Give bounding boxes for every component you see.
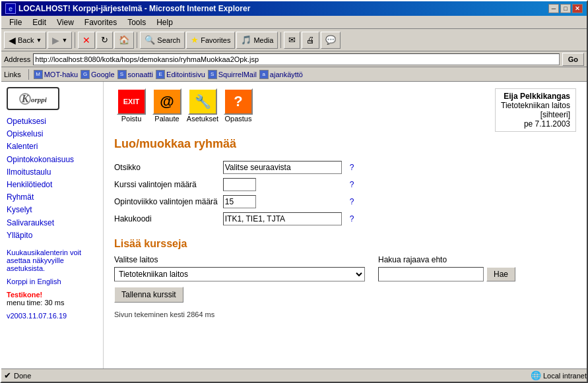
hakua-rajaava-input[interactable] <box>378 267 484 281</box>
page-status-text: Sivun tekeminen kesti 2864 ms <box>114 310 576 318</box>
statusbar: ✔ Done 🌐 Local intranet <box>1 368 588 382</box>
hae-button[interactable]: Hae <box>486 267 515 281</box>
kurssi-input[interactable] <box>223 178 256 191</box>
link-editointisivu[interactable]: E Editointisivu <box>156 70 205 79</box>
sidebar-info: Kuukausikalenterin voit asettaa näkyvyil… <box>7 249 98 272</box>
sidebar-item-kalenteri[interactable]: Kalenteri <box>7 140 98 153</box>
sidebar-item-henkilotiedot[interactable]: Henkilötiedot <box>7 179 98 191</box>
menu-help[interactable]: Help <box>151 16 178 28</box>
otsikko-help-link[interactable]: ? <box>350 163 354 172</box>
address-input[interactable] <box>33 53 559 65</box>
titlebar-title: LOCALHOST! Korppi-järjestelmä - Microsof… <box>18 4 250 13</box>
laitos-select[interactable]: Tietotekniikan laitos <box>114 267 365 281</box>
korppi-logo: Korppi <box>7 87 59 110</box>
discuss-button[interactable]: 💬 <box>321 32 341 49</box>
dropdown-arrow-icon2: ▼ <box>61 37 67 44</box>
statusbar-left: ✔ Done <box>4 370 31 380</box>
hakukoodi-input[interactable] <box>223 212 342 225</box>
sidebar-testikone: Testikone! menu time: 30 ms <box>7 291 98 307</box>
address-label: Address <box>4 55 30 63</box>
content-area: EXIT Poistu @ Palaute 🔧 <box>104 82 587 371</box>
toolbar-separator-2 <box>137 32 137 48</box>
main-area: Korppi Opetuksesi Opiskelusi Kalenteri O… <box>1 82 587 372</box>
sidebar-item-ryhmat[interactable]: Ryhmät <box>7 191 98 204</box>
back-arrow-icon: ◀ <box>9 35 16 45</box>
sidebar-item-opetuksesi[interactable]: Opetuksesi <box>7 115 98 128</box>
form-row-otsikko: Otsikko ? <box>114 159 359 176</box>
link-icon-ajan: a <box>259 70 269 79</box>
form-row-kurssi: Kurssi valintojen määrä ? <box>114 176 359 193</box>
sidebar-item-opiskelusi[interactable]: Opiskelusi <box>7 128 98 140</box>
mail-button[interactable]: ✉ <box>284 32 300 49</box>
menu-file[interactable]: File <box>4 16 27 28</box>
opastus-button[interactable]: ? Opastus <box>221 88 255 123</box>
form-table: Otsikko ? Kurssi valintojen määrä ? Opin… <box>114 159 359 227</box>
settings-icon: 🔧 <box>188 88 217 115</box>
links-separator <box>28 69 29 80</box>
maximize-button[interactable]: □ <box>560 4 571 13</box>
sidebar-item-yllapito[interactable]: Ylläpito <box>7 229 98 242</box>
menu-view[interactable]: View <box>51 16 79 28</box>
menu-tools[interactable]: Tools <box>122 16 151 28</box>
favorites-button[interactable]: ★ Favorites <box>186 32 235 49</box>
version-link[interactable]: v2003.11.07.16.19 <box>7 312 67 320</box>
close-button[interactable]: ✕ <box>572 4 583 13</box>
opintoviikko-help-link[interactable]: ? <box>350 197 354 206</box>
exit-button[interactable]: EXIT Poistu <box>114 88 148 123</box>
otsikko-input[interactable] <box>223 161 342 174</box>
sidebar-item-kyselyt[interactable]: Kyselyt <box>7 204 98 216</box>
refresh-button[interactable]: ↻ <box>96 32 113 49</box>
back-button[interactable]: ◀ Back ▼ <box>4 32 46 49</box>
zone-label: Local intranet <box>543 372 587 380</box>
titlebar-controls: ─ □ ✕ <box>548 4 583 13</box>
opintoviikko-input[interactable] <box>223 195 256 208</box>
lisaa-kursseja-title: Lisää kursseja <box>114 238 576 250</box>
hakukoodi-help-link[interactable]: ? <box>350 214 354 223</box>
link-google[interactable]: G Google <box>81 70 114 79</box>
exit-icon: EXIT <box>117 88 146 115</box>
link-icon-editointi: E <box>156 70 165 79</box>
titlebar-left: e LOCALHOST! Korppi-järjestelmä - Micros… <box>5 3 250 14</box>
otsikko-label: Otsikko <box>114 159 223 176</box>
link-sonaatti[interactable]: S sonaatti <box>117 70 154 79</box>
sidebar-english-link[interactable]: Korppi in English <box>7 278 61 285</box>
search-icon: 🔍 <box>145 35 155 45</box>
addressbar: Address Go <box>1 51 587 67</box>
sidebar-item-ilmoitustaulu[interactable]: Ilmoitustaulu <box>7 166 98 179</box>
print-button[interactable]: 🖨 <box>302 32 319 49</box>
sidebar-item-salivaraukset[interactable]: Salivaraukset <box>7 217 98 229</box>
statusbar-status: Done <box>14 372 31 380</box>
sidebar-english: Korppi in English <box>7 278 98 285</box>
menu-favorites[interactable]: Favorites <box>79 16 122 28</box>
filter-row: Valitse laitos Tietotekniikan laitos Hak… <box>114 255 576 281</box>
stop-button[interactable]: ✕ <box>78 32 95 49</box>
tallenna-kurssit-button[interactable]: Tallenna kurssit <box>114 287 183 303</box>
link-mot-haku[interactable]: M MOT-haku <box>34 70 78 79</box>
home-button[interactable]: 🏠 <box>114 32 134 49</box>
go-button[interactable]: Go <box>562 53 584 66</box>
email-icon: @ <box>152 88 181 115</box>
user-name: Eija Pelkkikangas <box>504 92 570 101</box>
menu-edit[interactable]: Edit <box>27 16 51 28</box>
toolbar: ◀ Back ▼ ▶ ▼ ✕ ↻ 🏠 🔍 Search ★ Favorites … <box>1 29 587 51</box>
minimize-button[interactable]: ─ <box>548 4 559 13</box>
sidebar-calendar-link[interactable]: Kuukausikalenterin voit asettaa näkyvyil… <box>7 249 81 272</box>
user-department: Tietotekniikan laitos <box>501 101 570 110</box>
refresh-icon: ↻ <box>101 35 108 45</box>
toolbar-separator-1 <box>75 32 75 48</box>
link-icon-squirrel: S <box>208 70 217 79</box>
toolbar-separator-3 <box>280 32 281 48</box>
media-button[interactable]: 🎵 Media <box>236 32 278 49</box>
search-button-ie[interactable]: 🔍 Search <box>140 32 185 49</box>
help-icon: ? <box>224 88 253 115</box>
titlebar-icon: e <box>5 3 16 14</box>
opintoviikko-label: Opintoviikko valintojen määrä <box>114 193 223 210</box>
forward-button[interactable]: ▶ ▼ <box>48 32 72 49</box>
sidebar-item-opintokokonaisuus[interactable]: Opintokokonaisuus <box>7 154 98 166</box>
link-squirrelmail[interactable]: S SquirrelMail <box>208 70 257 79</box>
link-ajankaytto[interactable]: a ajankäyttö <box>259 70 303 79</box>
asetukset-button[interactable]: 🔧 Asetukset <box>185 88 220 123</box>
link-icon-google: G <box>81 70 90 79</box>
kurssi-help-link[interactable]: ? <box>350 180 354 189</box>
palaute-button[interactable]: @ Palaute <box>150 88 184 123</box>
